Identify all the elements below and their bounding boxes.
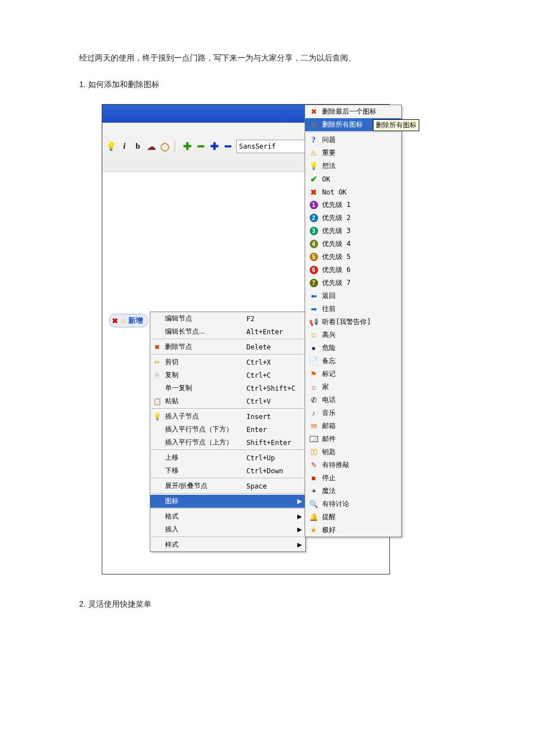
q-icon: ? — [309, 135, 319, 145]
ctx-item-10[interactable]: 💡插入子节点Insert — [150, 410, 305, 423]
blank-icon — [153, 425, 162, 434]
ctx-item-19[interactable]: 图标▶ — [150, 495, 305, 508]
submenu-label: 音乐 — [322, 408, 397, 418]
ctx-item-24[interactable]: 样式▶ — [150, 538, 305, 551]
submenu-item-17[interactable]: 📢听着[我警告你] — [305, 316, 401, 329]
plus-green-icon[interactable]: ✚ — [182, 141, 192, 152]
submenu-item-5[interactable]: 💡想法 — [305, 159, 401, 172]
copy-icon: ⎘ — [153, 371, 162, 380]
blank-icon — [153, 525, 162, 534]
submenu-item-19[interactable]: ●危险 — [305, 342, 401, 355]
blank-icon — [153, 512, 162, 521]
idea-icon[interactable]: 💡 — [106, 141, 116, 152]
submenu-item-22[interactable]: ⌂家 — [305, 381, 401, 394]
submenu-item-6[interactable]: ✔OK — [305, 172, 401, 185]
cloud-icon[interactable]: ☁ — [146, 141, 157, 152]
plus-blue-icon[interactable]: ✚ — [209, 141, 219, 152]
color-button[interactable]: ◯ — [160, 141, 170, 152]
ctx-shortcut: Alt+Enter — [246, 328, 296, 336]
ctx-label: 插入平行节点（上方） — [165, 438, 246, 447]
mail-icon — [309, 434, 319, 444]
submenu-item-10[interactable]: 3优先级 3 — [305, 224, 401, 237]
submenu-item-7[interactable]: ✖Not OK — [305, 185, 401, 198]
submenu-item-29[interactable]: ■停止 — [305, 472, 401, 485]
submenu-item-0[interactable]: ✖删除最后一个图标 — [305, 105, 401, 118]
p4-icon: 4 — [309, 239, 319, 249]
ctx-shortcut: Ctrl+V — [246, 398, 296, 405]
ctx-item-6[interactable]: ⎘复制Ctrl+C — [150, 369, 305, 382]
ctx-label: 插入 — [165, 525, 246, 534]
ctx-item-5[interactable]: ✂剪切Ctrl+X — [150, 356, 305, 369]
ctx-label: 展开/折叠节点 — [165, 481, 246, 491]
submenu-item-31[interactable]: 🔍有待讨论 — [305, 498, 401, 511]
submenu-item-25[interactable]: ✉邮箱 — [305, 420, 401, 433]
submenu-item-8[interactable]: 1优先级 1 — [305, 198, 401, 211]
submenu-item-20[interactable]: 📄备忘 — [305, 355, 401, 368]
submenu-item-15[interactable]: ⬅返回 — [305, 290, 401, 303]
ctx-item-15[interactable]: 下移Ctrl+Down — [150, 464, 305, 477]
bold-button[interactable]: b — [133, 141, 143, 152]
ctx-item-14[interactable]: 上移Ctrl+Up — [150, 451, 305, 464]
ctx-item-8[interactable]: 📋粘贴Ctrl+V — [150, 395, 305, 408]
blank-icon — [153, 482, 162, 491]
submenu-item-9[interactable]: 2优先级 2 — [305, 211, 401, 224]
ctx-label: 单一复制 — [165, 383, 246, 393]
ctx-item-3[interactable]: ✖删除节点Delete — [150, 340, 305, 353]
submenu-arrow-icon: ▶ — [296, 498, 302, 505]
submenu-item-21[interactable]: ⚑标记 — [305, 368, 401, 381]
mindmap-node[interactable]: ✖ ☺ 新增 — [109, 314, 148, 327]
cut-icon: ✂ — [153, 358, 162, 367]
ctx-item-0[interactable]: 编辑节点F2 — [150, 312, 305, 325]
submenu-item-27[interactable]: ⚿钥匙 — [305, 446, 401, 459]
submenu-item-18[interactable]: ☺高兴 — [305, 329, 401, 342]
ctx-label: 编辑长节点... — [165, 327, 246, 336]
star-icon: ★ — [309, 525, 319, 535]
back-icon: ⬅ — [309, 291, 319, 301]
font-select[interactable] — [236, 140, 310, 153]
submenu-item-30[interactable]: ✦魔法 — [305, 485, 401, 498]
music-icon: ♪ — [309, 408, 319, 418]
submenu-item-11[interactable]: 4优先级 4 — [305, 237, 401, 250]
submenu-item-16[interactable]: ➡往前 — [305, 303, 401, 316]
ok-icon: ✔ — [309, 174, 319, 184]
ctx-item-1[interactable]: 编辑长节点...Alt+Enter — [150, 325, 305, 338]
submenu-item-24[interactable]: ♪音乐 — [305, 407, 401, 420]
toolbar-sep — [175, 140, 177, 153]
blank-icon — [153, 453, 162, 463]
ctx-item-22[interactable]: 插入▶ — [150, 523, 305, 536]
submenu-label: 优先级 5 — [322, 252, 397, 262]
submenu-item-13[interactable]: 6优先级 6 — [305, 263, 401, 277]
minus-green-icon[interactable]: ━ — [196, 141, 206, 152]
ctx-item-7[interactable]: 单一复制Ctrl+Shift+C — [150, 382, 305, 395]
submenu-item-33[interactable]: ★极好 — [305, 524, 401, 537]
ctx-item-11[interactable]: 插入平行节点（下方）Enter — [150, 423, 305, 436]
italic-button[interactable]: i — [119, 141, 129, 152]
mailbox-icon: ✉ — [309, 421, 319, 431]
submenu-item-26[interactable]: 邮件 — [305, 433, 401, 446]
submenu-label: 优先级 2 — [322, 213, 397, 223]
submenu-item-3[interactable]: ?问题 — [305, 133, 401, 146]
submenu-label: 往前 — [322, 304, 397, 314]
ctx-shortcut: Shift+Enter — [246, 439, 296, 447]
bulb-icon: 💡 — [153, 412, 162, 421]
ctx-label: 样式 — [165, 540, 246, 550]
submenu-item-1[interactable]: 🗑删除所有图标删除所有图标 — [305, 118, 401, 131]
ctx-shortcut: Ctrl+Up — [246, 454, 296, 462]
ctx-item-12[interactable]: 插入平行节点（上方）Shift+Enter — [150, 436, 305, 449]
submenu-label: 家 — [322, 382, 397, 392]
submenu-item-12[interactable]: 5优先级 5 — [305, 250, 401, 263]
submenu-item-32[interactable]: 🔔提醒 — [305, 511, 401, 524]
ctx-item-17[interactable]: 展开/折叠节点Space — [150, 479, 305, 493]
submenu-label: 优先级 7 — [322, 278, 397, 288]
p1-icon: 1 — [309, 200, 319, 210]
minus-blue-icon[interactable]: ━ — [223, 141, 233, 152]
ctx-label: 复制 — [165, 370, 246, 380]
submenu-item-28[interactable]: ✎有待推敲 — [305, 459, 401, 472]
submenu-label: 备忘 — [322, 356, 397, 366]
submenu-item-14[interactable]: 7优先级 7 — [305, 277, 401, 290]
ctx-label: 下移 — [165, 466, 246, 476]
submenu-item-4[interactable]: ⚠重要 — [305, 146, 401, 159]
blank-icon — [153, 466, 162, 476]
submenu-item-23[interactable]: ✆电话 — [305, 394, 401, 407]
ctx-item-21[interactable]: 格式▶ — [150, 510, 305, 523]
